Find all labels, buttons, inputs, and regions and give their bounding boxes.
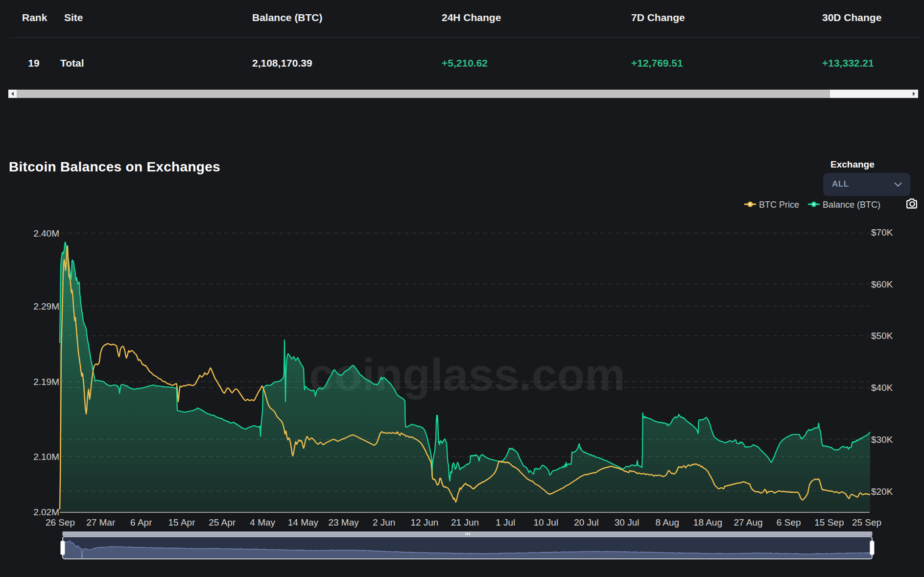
svg-text:1 Jul: 1 Jul (496, 517, 515, 528)
svg-text:30 Jul: 30 Jul (615, 517, 640, 528)
svg-text:$30K: $30K (871, 434, 893, 445)
svg-text:$40K: $40K (871, 383, 893, 393)
svg-text:15 Sep: 15 Sep (814, 517, 844, 528)
svg-text:18 Aug: 18 Aug (693, 517, 722, 528)
svg-text:15 Apr: 15 Apr (168, 517, 196, 528)
svg-text:4 May: 4 May (250, 517, 275, 528)
svg-text:25 Apr: 25 Apr (209, 517, 236, 528)
svg-text:6 Sep: 6 Sep (777, 517, 801, 528)
svg-text:2.19M: 2.19M (33, 377, 59, 387)
svg-text:2 Jun: 2 Jun (373, 517, 395, 528)
svg-text:$20K: $20K (871, 486, 893, 497)
svg-text:23 May: 23 May (328, 517, 359, 528)
svg-text:2.10M: 2.10M (33, 452, 59, 462)
svg-text:21 Jun: 21 Jun (451, 517, 479, 528)
svg-text:25 Sep: 25 Sep (852, 517, 881, 528)
svg-text:10 Jul: 10 Jul (533, 517, 558, 528)
svg-text:14 May: 14 May (288, 517, 319, 528)
svg-text:12 Jun: 12 Jun (410, 517, 438, 528)
svg-text:2.40M: 2.40M (33, 228, 59, 239)
svg-text:26 Sep: 26 Sep (46, 517, 75, 528)
svg-text:$60K: $60K (871, 279, 893, 289)
svg-text:$50K: $50K (871, 331, 893, 341)
svg-text:2.02M: 2.02M (33, 507, 59, 517)
svg-text:8 Aug: 8 Aug (655, 517, 679, 528)
svg-text:6 Apr: 6 Apr (130, 517, 152, 528)
svg-text:27 Aug: 27 Aug (734, 517, 763, 528)
svg-text:$70K: $70K (871, 227, 893, 238)
svg-text:27 Mar: 27 Mar (86, 517, 116, 528)
svg-text:20 Jul: 20 Jul (574, 517, 599, 528)
svg-text:2.29M: 2.29M (33, 301, 59, 312)
